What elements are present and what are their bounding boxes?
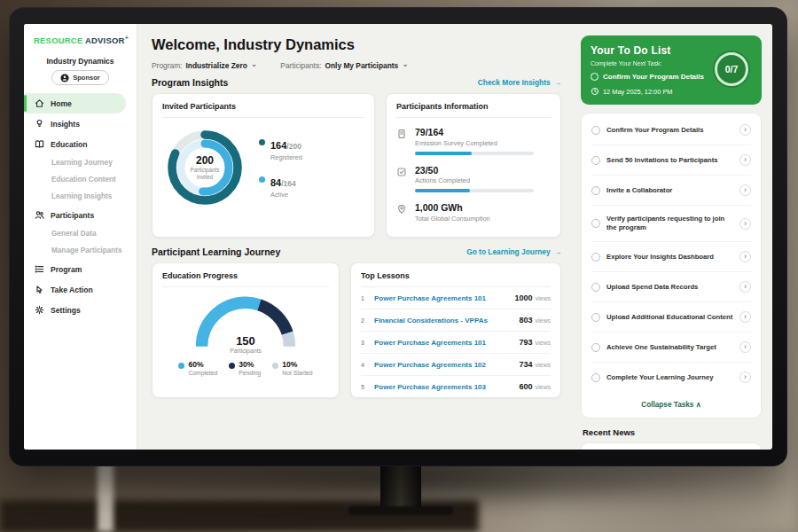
gauge-legend: 60% Completed 30% Pending xyxy=(178,360,312,376)
lesson-row: 1 Power Purchase Agreements 101 1000view… xyxy=(361,287,551,309)
education-gauge-chart: 150 Participants xyxy=(191,293,301,352)
sidebar-item-education-content[interactable]: Education Content xyxy=(24,171,137,188)
filters-row: Program: Industrialize Zero ⌄ Participan… xyxy=(152,61,561,70)
chevron-right-icon[interactable]: › xyxy=(739,218,751,230)
lesson-row: 4 Power Purchase Agreements 102 734views xyxy=(361,354,551,376)
todo-progress-count: 0/7 xyxy=(711,49,752,90)
check-more-insights-link[interactable]: Check More Insights → xyxy=(478,78,561,87)
todo-next-task-label: Confirm Your Program Details xyxy=(603,73,704,81)
sidebar-item-learning-insights[interactable]: Learning Insights xyxy=(24,188,137,205)
lesson-title-link[interactable]: Financial Considerations - VPPAs xyxy=(374,317,488,325)
lesson-views-label: views xyxy=(535,384,551,390)
task-row[interactable]: Upload Spend Data Records › xyxy=(591,272,751,302)
task-row[interactable]: Explore Your Insights Dashboard › xyxy=(591,242,751,272)
task-checkbox[interactable] xyxy=(591,126,600,135)
task-checkbox[interactable] xyxy=(591,186,600,195)
todo-summary-card: Your To Do List Complete Your Next Task:… xyxy=(581,35,762,105)
registered-label: Registered xyxy=(270,153,302,161)
legend-label: Not Started xyxy=(282,370,312,376)
pending-dot-icon xyxy=(229,363,235,369)
lesson-title-link[interactable]: Power Purchase Agreements 101 xyxy=(374,294,486,302)
lesson-views-label: views xyxy=(535,295,551,301)
lesson-rank: 4 xyxy=(361,362,368,368)
lesson-views: 600 xyxy=(519,382,532,391)
go-to-learning-journey-link[interactable]: Go to Learning Journey → xyxy=(466,247,561,256)
collapse-tasks-link[interactable]: Collapse Tasks ∧ xyxy=(591,392,751,416)
lesson-views-label: views xyxy=(535,362,551,368)
participants-label: Participants: xyxy=(280,61,321,70)
todo-next-task[interactable]: Confirm Your Program Details xyxy=(591,73,719,81)
chevron-right-icon[interactable]: › xyxy=(739,251,751,262)
stat-value: 23/50 xyxy=(415,165,534,176)
sidebar-item-participants[interactable]: Participants xyxy=(24,205,137,225)
sidebar-item-learning-journey[interactable]: Learning Journey xyxy=(24,154,137,171)
task-row[interactable]: Invite a Collaborator › xyxy=(591,176,751,206)
donut-center-label: Participants Invited xyxy=(184,167,225,181)
lesson-title-link[interactable]: Power Purchase Agreements 103 xyxy=(374,383,486,391)
task-row[interactable]: Achieve One Sustainability Target › xyxy=(591,332,751,363)
lesson-views: 1000 xyxy=(514,293,532,302)
list-icon xyxy=(35,264,44,274)
task-checkbox[interactable] xyxy=(591,219,600,228)
task-checkbox[interactable] xyxy=(591,253,600,262)
sidebar-item-general-data[interactable]: General Data xyxy=(24,225,137,242)
card-title: Top Lessons xyxy=(361,271,551,287)
lesson-title-link[interactable]: Power Purchase Agreements 101 xyxy=(374,339,486,347)
sidebar-item-label: Participants xyxy=(51,211,94,220)
learning-cards-row: Education Progress 150 xyxy=(152,262,561,398)
sidebar-item-label: Education xyxy=(51,140,88,149)
stat-global-consumption: 1,000 GWh Total Global Consumption xyxy=(396,202,551,223)
chevron-right-icon[interactable]: › xyxy=(739,154,751,166)
lesson-title-link[interactable]: Power Purchase Agreements 102 xyxy=(374,361,486,369)
sidebar-item-program[interactable]: Program xyxy=(24,259,137,279)
task-checkbox[interactable] xyxy=(591,343,600,352)
clock-icon xyxy=(591,87,599,96)
sidebar-item-settings[interactable]: Settings xyxy=(24,300,137,320)
task-checkbox[interactable] xyxy=(591,156,600,165)
lesson-views-label: views xyxy=(535,340,551,346)
task-checkbox[interactable] xyxy=(591,73,598,81)
task-checkbox[interactable] xyxy=(591,373,600,382)
task-row[interactable]: Send 50 Invitations to Participants › xyxy=(591,145,751,176)
participants-dropdown[interactable]: Participants: Only My Participants ⌄ xyxy=(280,61,408,70)
chevron-right-icon[interactable]: › xyxy=(739,281,751,293)
program-label: Program: xyxy=(152,61,182,70)
main-content: Welcome, Industry Dynamics Program: Indu… xyxy=(137,24,574,450)
sidebar-item-manage-participants[interactable]: Manage Participants xyxy=(24,242,137,259)
sidebar-item-take-action[interactable]: Take Action xyxy=(24,279,137,300)
gauge-center-value: 150 xyxy=(191,334,301,348)
chevron-right-icon[interactable]: › xyxy=(739,372,751,383)
link-label: Check More Insights xyxy=(478,78,551,87)
task-label: Explore Your Insights Dashboard xyxy=(606,253,733,262)
task-label: Upload Spend Data Records xyxy=(606,283,733,292)
task-label: Complete Your Learning Journey xyxy=(606,373,733,382)
sidebar-item-home[interactable]: Home xyxy=(24,93,126,113)
task-row[interactable]: Confirm Your Program Details › xyxy=(591,115,751,145)
task-checkbox[interactable] xyxy=(591,313,600,322)
chevron-down-icon: ⌄ xyxy=(251,59,258,68)
chevron-right-icon[interactable]: › xyxy=(739,341,751,353)
top-lessons-card: Top Lessons 1 Power Purchase Agreements … xyxy=(350,262,561,398)
monitor-stand-base xyxy=(348,506,453,515)
sidebar-item-education[interactable]: Education xyxy=(24,134,137,154)
task-row[interactable]: Complete Your Learning Journey › xyxy=(591,363,751,392)
program-dropdown[interactable]: Program: Industrialize Zero ⌄ xyxy=(152,61,257,70)
lesson-row: 2 Financial Considerations - VPPAs 803vi… xyxy=(361,309,551,332)
gear-icon xyxy=(35,305,44,315)
legend-pct: 30% xyxy=(239,360,261,369)
active-total: /164 xyxy=(281,179,296,188)
chevron-right-icon[interactable]: › xyxy=(739,124,751,136)
chevron-right-icon[interactable]: › xyxy=(739,184,751,196)
sponsor-badge[interactable]: Sponsor xyxy=(51,70,108,85)
participants-value: Only My Participants xyxy=(325,61,398,70)
todo-progress-ring: 0/7 xyxy=(711,49,752,90)
chevron-right-icon[interactable]: › xyxy=(739,311,751,323)
lesson-views: 793 xyxy=(519,338,532,347)
todo-tasks-card: Confirm Your Program Details › Send 50 I… xyxy=(581,113,762,419)
task-checkbox[interactable] xyxy=(591,283,600,292)
task-row[interactable]: Upload Additional Educational Content › xyxy=(591,302,751,332)
task-row[interactable]: Verify participants requesting to join t… xyxy=(591,206,751,242)
sidebar-item-insights[interactable]: Insights xyxy=(24,113,137,134)
program-value: Industrialize Zero xyxy=(185,61,246,70)
check-square-icon xyxy=(396,165,407,193)
